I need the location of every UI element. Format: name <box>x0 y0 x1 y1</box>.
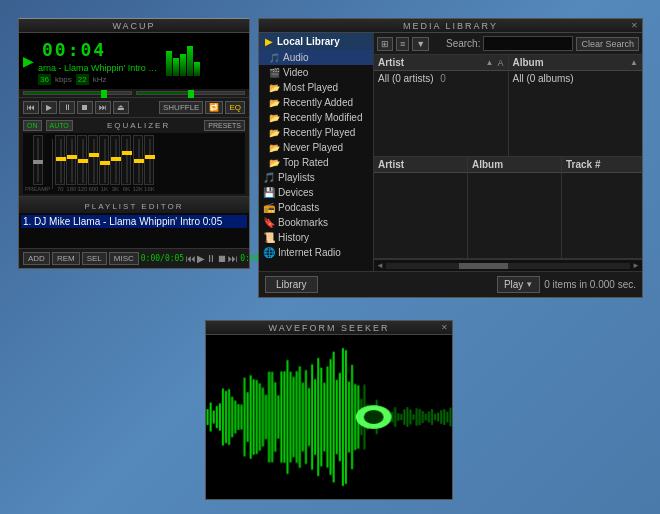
sidebar-section-internet-radio[interactable]: 🌐 Internet Radio <box>259 245 373 260</box>
pl-prev-icon[interactable]: ⏮ <box>186 253 196 264</box>
playlist-transport: ⏮ ▶ ⏸ ⏹ ⏭ <box>186 253 238 264</box>
eq-toggles: ON AUTO <box>23 120 73 131</box>
ml-bottom-track-label: Track # <box>566 159 638 170</box>
ml-scroll-right-btn[interactable]: ► <box>630 261 642 270</box>
khz-display: 22 <box>76 74 89 85</box>
ml-search-input[interactable] <box>483 36 573 51</box>
ml-artist-col-resize[interactable]: A <box>497 58 503 68</box>
equalizer-section: ON AUTO EQUALIZER PRESETS PREAMP <box>19 117 249 196</box>
eq-bands-container: PREAMP 70 <box>23 133 245 194</box>
ws-close-button[interactable]: ✕ <box>441 323 448 332</box>
sidebar-section-devices[interactable]: 💾 Devices <box>259 185 373 200</box>
volume-slider[interactable] <box>23 91 132 95</box>
eq-slider-1k[interactable] <box>99 135 109 185</box>
pl-play-icon[interactable]: ▶ <box>197 253 205 264</box>
history-icon: 📜 <box>263 232 275 243</box>
sidebar-item-video[interactable]: 🎬 Video <box>259 65 373 80</box>
eq-presets-button[interactable]: PRESETS <box>204 120 245 131</box>
sidebar-item-recently-added[interactable]: 📂 Recently Added <box>259 95 373 110</box>
eq-preamp-slider[interactable] <box>33 135 43 185</box>
sidebar-top-rated-label: Top Rated <box>283 157 329 168</box>
sidebar-item-never-played[interactable]: 📂 Never Played <box>259 140 373 155</box>
ml-view-btn2[interactable]: ≡ <box>396 37 409 51</box>
eq-divider <box>52 139 53 189</box>
ml-library-button[interactable]: Library <box>265 276 318 293</box>
ml-artist-count: 0 <box>440 73 446 84</box>
ml-play-dropdown-icon[interactable]: ▼ <box>525 280 533 289</box>
eq-on-button[interactable]: ON <box>23 120 42 131</box>
most-played-icon: 📂 <box>269 83 280 93</box>
eq-band-16k: 16K <box>144 135 155 192</box>
sidebar-section-bookmarks[interactable]: 🔖 Bookmarks <box>259 215 373 230</box>
eq-slider-600[interactable] <box>88 135 98 185</box>
play-icon[interactable]: ▶ <box>23 53 34 69</box>
eq-slider-12k[interactable] <box>133 135 143 185</box>
rem-button[interactable]: REM <box>52 252 80 265</box>
eq-track-1k <box>104 139 106 183</box>
eq-slider-6k[interactable] <box>121 135 131 185</box>
ml-close-button[interactable]: ✕ <box>631 21 638 30</box>
waveform-canvas[interactable] <box>206 335 452 499</box>
play-button[interactable]: ▶ <box>41 101 57 114</box>
ml-artist-table: Artist ▲ A All (0 artists) 0 <box>374 55 509 156</box>
sidebar-item-recently-modified[interactable]: 📂 Recently Modified <box>259 110 373 125</box>
eq-band-6k: 6K <box>121 135 131 192</box>
eq-slider-3k[interactable] <box>110 135 120 185</box>
sidebar-item-recently-played[interactable]: 📂 Recently Played <box>259 125 373 140</box>
ml-view-btn1[interactable]: ⊞ <box>377 37 393 51</box>
sidebar-section-playlists[interactable]: 🎵 Playlists <box>259 170 373 185</box>
ml-artist-all-label: All (0 artists) <box>378 73 434 84</box>
misc-button[interactable]: MISC <box>109 252 139 265</box>
balance-slider[interactable] <box>136 91 245 95</box>
stop-button[interactable]: ⏹ <box>77 101 93 114</box>
ml-view-btn3[interactable]: ▼ <box>412 37 429 51</box>
sel-button[interactable]: SEL <box>82 252 107 265</box>
ml-scroll-left-btn[interactable]: ◄ <box>374 261 386 270</box>
recently-played-icon: 📂 <box>269 128 280 138</box>
playlist-item[interactable]: 1. DJ Mike Llama - Llama Whippin' Intro … <box>21 215 247 228</box>
ml-album-sort-icon[interactable]: ▲ <box>630 58 638 67</box>
local-library-label: Local Library <box>277 36 340 47</box>
eq-label-3k: 3K <box>112 186 119 192</box>
ml-artist-all-cell[interactable]: All (0 artists) 0 <box>374 71 508 86</box>
ws-content[interactable] <box>206 335 452 499</box>
track-name: arna - Llama Whippin' Intro [0:05 <box>38 63 158 73</box>
eq-slider-320[interactable] <box>77 135 87 185</box>
sidebar-item-audio[interactable]: 🎵 Audio <box>259 50 373 65</box>
sidebar-section-history[interactable]: 📜 History <box>259 230 373 245</box>
ml-local-library-header[interactable]: ▶ Local Library <box>259 33 373 50</box>
sidebar-section-podcasts[interactable]: 📻 Podcasts <box>259 200 373 215</box>
equalizer-toggle[interactable]: EQ <box>225 101 245 114</box>
ml-artist-header: Artist ▲ A <box>374 55 508 71</box>
prev-button[interactable]: ⏮ <box>23 101 39 114</box>
ml-scroll-track[interactable] <box>386 263 630 269</box>
sidebar-item-most-played[interactable]: 📂 Most Played <box>259 80 373 95</box>
eq-slider-180[interactable] <box>66 135 76 185</box>
next-button[interactable]: ⏭ <box>95 101 111 114</box>
eq-slider-70[interactable] <box>55 135 65 185</box>
add-button[interactable]: ADD <box>23 252 50 265</box>
top-rated-icon: 📂 <box>269 158 280 168</box>
ml-clear-search-button[interactable]: Clear Search <box>576 37 639 51</box>
ml-bottom-track-col: Track # <box>562 157 642 258</box>
ml-album-all-cell[interactable]: All (0 albums) <box>509 71 643 86</box>
pl-stop-icon[interactable]: ⏹ <box>217 253 227 264</box>
ml-play-button[interactable]: Play ▼ <box>497 276 540 293</box>
shuffle-button[interactable]: SHUFFLE <box>159 101 203 114</box>
eq-slider-16k[interactable] <box>144 135 154 185</box>
ml-titlebar: MEDIA LIBRARY ✕ <box>259 19 642 33</box>
eq-band-12k: 12K <box>132 135 143 192</box>
ml-artist-sort-icon[interactable]: ▲ <box>486 58 494 67</box>
eject-button[interactable]: ⏏ <box>113 101 129 114</box>
pl-pause-icon[interactable]: ⏸ <box>206 253 216 264</box>
ml-title-label: MEDIA LIBRARY <box>403 21 498 31</box>
eq-auto-button[interactable]: AUTO <box>46 120 73 131</box>
pause-button[interactable]: ⏸ <box>59 101 75 114</box>
eq-label-6k: 6K <box>123 186 130 192</box>
sidebar-recently-played-label: Recently Played <box>283 127 355 138</box>
repeat-button[interactable]: 🔁 <box>205 101 223 114</box>
pl-next-icon[interactable]: ⏭ <box>228 253 238 264</box>
sidebar-item-top-rated[interactable]: 📂 Top Rated <box>259 155 373 170</box>
eq-label-1k: 1K <box>101 186 108 192</box>
media-library: MEDIA LIBRARY ✕ ▶ Local Library 🎵 Audio … <box>258 18 643 298</box>
